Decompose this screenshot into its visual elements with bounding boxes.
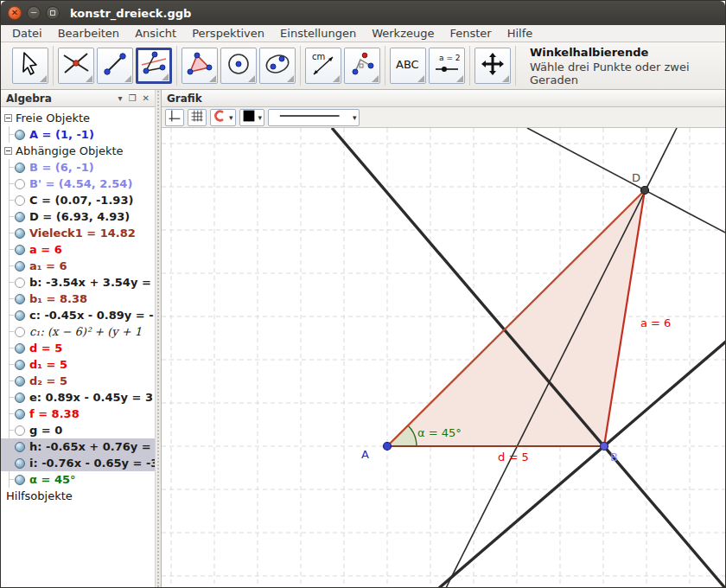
stylebar-axes-button[interactable] <box>165 109 184 126</box>
visibility-marble-icon[interactable] <box>15 228 25 239</box>
visibility-marble-icon[interactable] <box>15 212 25 222</box>
tool-dropdown-arrow-icon[interactable] <box>417 75 424 82</box>
tool-point-button[interactable] <box>58 48 94 84</box>
tool-dropdown-arrow-icon[interactable] <box>248 75 255 82</box>
algebra-object-row[interactable]: b₁ = 8.38 <box>1 291 155 307</box>
tool-dropdown-arrow-icon[interactable] <box>40 75 47 82</box>
stylebar-grid-button[interactable] <box>188 109 207 126</box>
tool-polygon-button[interactable] <box>182 48 218 84</box>
point-D[interactable] <box>641 187 649 195</box>
chevron-down-icon[interactable]: ▾ <box>258 113 263 122</box>
tool-dropdown-arrow-icon[interactable] <box>162 74 169 80</box>
tool-dropdown-arrow-icon[interactable] <box>502 75 509 82</box>
visibility-marble-icon[interactable] <box>15 163 25 173</box>
graphics-view[interactable]: α = 45°d = 5a = 6ABD <box>162 128 725 588</box>
tool-circle-button[interactable] <box>220 48 257 84</box>
chevron-down-icon[interactable]: ▾ <box>353 113 357 122</box>
tool-slider-button[interactable]: a = 2 <box>429 48 465 84</box>
visibility-marble-icon[interactable] <box>15 261 25 272</box>
algebra-object-row[interactable]: b: -3.54x + 3.54y = <box>1 274 155 291</box>
maximize-window-icon[interactable] <box>46 6 60 20</box>
menu-ansicht[interactable]: Ansicht <box>127 25 184 42</box>
visibility-marble-icon[interactable] <box>15 409 25 419</box>
menu-einstellungen[interactable]: Einstellungen <box>272 25 364 42</box>
tool-segment-button[interactable] <box>97 48 133 84</box>
point-D-label[interactable]: D <box>632 171 640 184</box>
stylebar-capture-button[interactable]: ▾ <box>210 109 236 126</box>
graphics-canvas[interactable]: α = 45°d = 5a = 6ABD <box>162 128 726 588</box>
panel-resize-divider[interactable] <box>155 90 162 588</box>
tool-dropdown-arrow-icon[interactable] <box>86 75 92 82</box>
algebra-object-row[interactable]: A = (1, -1) <box>1 126 155 143</box>
algebra-object-row[interactable]: c₁: (x − 6)² + (y + 1 <box>1 323 155 340</box>
stylebar-color-button[interactable]: ▾ <box>239 109 265 126</box>
point-A-label[interactable]: A <box>361 448 369 461</box>
collapse-icon[interactable] <box>4 147 12 155</box>
algebra-object-row[interactable]: B' = (4.54, 2.54) <box>1 176 155 192</box>
stylebar-linestyle-button[interactable]: ▾ <box>268 109 360 126</box>
point-B[interactable] <box>601 443 608 451</box>
menu-hilfe[interactable]: Hilfe <box>500 25 541 42</box>
chevron-down-icon[interactable]: ▾ <box>229 113 233 122</box>
angle-alpha-label[interactable]: α = 45° <box>417 426 462 439</box>
title-bar[interactable]: ✕ − konstr_dreieck.ggb <box>1 1 725 25</box>
collapse-icon[interactable] <box>4 114 12 122</box>
tool-conic-button[interactable] <box>259 48 296 84</box>
tool-dropdown-arrow-icon[interactable] <box>372 75 379 82</box>
line-i[interactable] <box>332 128 725 588</box>
tool-move-button[interactable] <box>12 48 48 84</box>
visibility-marble-icon[interactable] <box>15 425 25 436</box>
menu-datei[interactable]: Datei <box>4 25 50 42</box>
segment-label[interactable]: a = 6 <box>640 316 671 329</box>
visibility-marble-icon[interactable] <box>15 278 25 288</box>
visibility-marble-icon[interactable] <box>15 179 25 189</box>
algebra-object-row[interactable]: d₂ = 5 <box>1 373 155 389</box>
algebra-object-row[interactable]: a = 6 <box>1 241 155 258</box>
visibility-marble-icon[interactable] <box>15 475 25 485</box>
visibility-marble-icon[interactable] <box>15 130 25 140</box>
visibility-marble-icon[interactable] <box>15 393 25 403</box>
algebra-object-row[interactable]: d = 5 <box>1 340 155 356</box>
visibility-marble-icon[interactable] <box>15 360 25 370</box>
menu-werkzeuge[interactable]: Werkzeuge <box>364 25 442 42</box>
tool-move-view-button[interactable] <box>474 48 511 84</box>
tool-dropdown-arrow-icon[interactable] <box>333 75 340 82</box>
menu-perspektiven[interactable]: Perspektiven <box>184 25 272 42</box>
menu-fenster[interactable]: Fenster <box>442 25 499 42</box>
visibility-marble-icon[interactable] <box>15 310 25 321</box>
point-B-label[interactable]: B <box>610 451 618 463</box>
visibility-marble-icon[interactable] <box>15 458 25 469</box>
segment-label[interactable]: d = 5 <box>498 451 529 463</box>
algebra-object-row[interactable]: i: -0.76x - 0.65y = -3 <box>1 455 155 471</box>
visibility-marble-icon[interactable] <box>15 442 25 452</box>
visibility-marble-icon[interactable] <box>15 327 25 337</box>
minimize-window-icon[interactable]: − <box>27 6 41 20</box>
algebra-undock-icon[interactable]: ❐ <box>129 93 137 103</box>
algebra-options-dropdown-icon[interactable]: ▾ <box>118 93 123 103</box>
algebra-object-row[interactable]: g = 0 <box>1 422 155 438</box>
tool-transform-button[interactable] <box>344 48 380 84</box>
algebra-object-row[interactable]: C = (0.07, -1.93) <box>1 192 155 208</box>
tool-dropdown-arrow-icon[interactable] <box>124 75 131 82</box>
visibility-marble-icon[interactable] <box>15 245 25 255</box>
algebra-object-row[interactable]: Vieleck1 = 14.82 <box>1 225 155 241</box>
tool-text-button[interactable]: ABC <box>390 48 426 84</box>
tool-dropdown-arrow-icon[interactable] <box>209 75 216 82</box>
algebra-close-icon[interactable]: ✕ <box>143 93 150 103</box>
tool-measure-button[interactable]: cm <box>305 48 341 84</box>
algebra-object-row[interactable]: B = (6, -1) <box>1 159 155 176</box>
algebra-object-row[interactable]: d₁ = 5 <box>1 356 155 373</box>
point-A[interactable] <box>384 443 392 451</box>
algebra-object-row[interactable]: f = 8.38 <box>1 406 155 422</box>
menu-bearbeiten[interactable]: Bearbeiten <box>50 25 127 42</box>
visibility-marble-icon[interactable] <box>15 294 25 304</box>
algebra-object-row[interactable]: D = (6.93, 4.93) <box>1 208 155 225</box>
visibility-marble-icon[interactable] <box>15 376 25 387</box>
algebra-object-row[interactable]: h: -0.65x + 0.76y = <box>1 438 155 455</box>
visibility-marble-icon[interactable] <box>15 343 25 354</box>
tool-special-line-button[interactable] <box>136 48 172 84</box>
algebra-object-row[interactable]: c: -0.45x - 0.89y = - <box>1 307 155 323</box>
algebra-object-row[interactable]: α = 45° <box>1 471 155 488</box>
visibility-marble-icon[interactable] <box>15 195 25 206</box>
algebra-object-row[interactable]: e: 0.89x - 0.45y = 3 <box>1 389 155 406</box>
